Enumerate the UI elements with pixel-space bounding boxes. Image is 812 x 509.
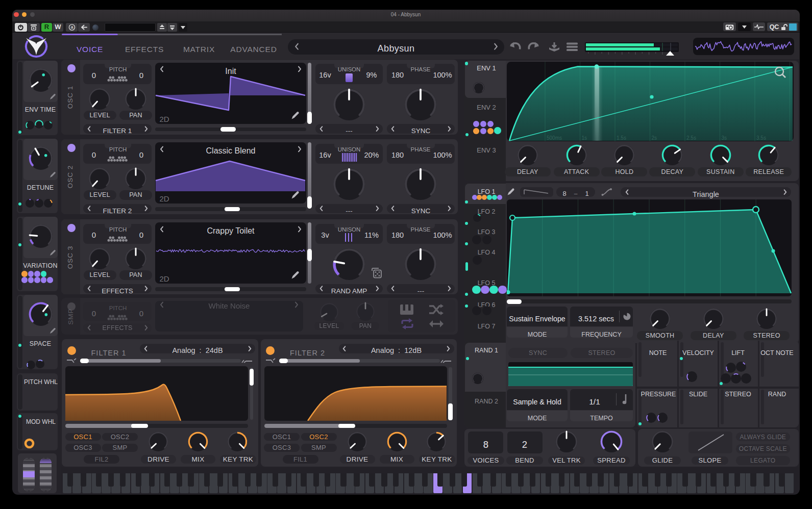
svg-text:a: a: [70, 24, 73, 30]
